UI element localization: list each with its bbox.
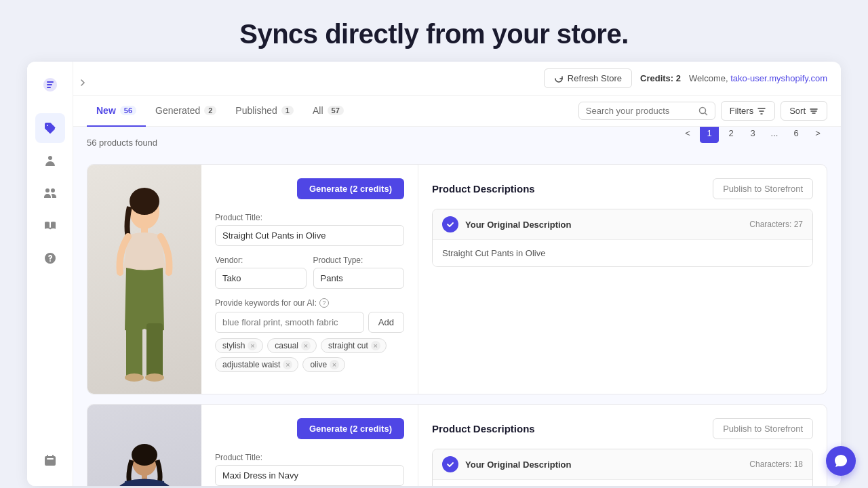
tag-olive-1: olive ×: [302, 357, 345, 372]
vendor-group-1: Vendor:: [215, 256, 307, 289]
tag-icon: [43, 121, 57, 135]
tab-published-badge: 1: [281, 106, 294, 115]
sort-button[interactable]: Sort: [781, 101, 827, 121]
header-bar: Refresh Store Credits: 2 Welcome, tako-u…: [73, 62, 841, 96]
refresh-label: Refresh Store: [568, 73, 622, 83]
calendar-icon: [43, 453, 57, 467]
tab-new[interactable]: New 56: [87, 96, 146, 127]
tag-remove-stylish-1[interactable]: ×: [248, 341, 257, 350]
type-group-1: Product Type:: [313, 256, 405, 289]
refresh-icon: [554, 74, 564, 83]
search-icon: [698, 106, 708, 116]
tab-generated-badge: 2: [204, 106, 216, 115]
vendor-type-row-1: Vendor: Product Type:: [215, 256, 404, 298]
tag-remove-olive-1[interactable]: ×: [330, 360, 339, 369]
desc-title-1: Product Descriptions: [432, 183, 535, 195]
type-input-1[interactable]: [313, 268, 405, 289]
original-desc-text-2: Maxi Dress in Navy: [433, 480, 812, 486]
group-icon: [43, 186, 57, 200]
char-count-1: Characters: 27: [749, 220, 803, 229]
desc-header-2: Product Descriptions Publish to Storefro…: [432, 418, 813, 439]
tag-remove-adjustable-waist-1[interactable]: ×: [283, 360, 292, 369]
tab-all[interactable]: All 57: [303, 96, 353, 127]
store-link[interactable]: tako-user.myshopify.com: [730, 73, 827, 83]
check-icon-2: [446, 460, 454, 468]
book-icon: [43, 219, 57, 232]
sidebar-nav: [27, 113, 73, 273]
main-content: Refresh Store Credits: 2 Welcome, tako-u…: [73, 62, 841, 486]
products-count: 56 products found: [87, 138, 157, 148]
tag-adjustable-waist-1: adjustable waist ×: [215, 357, 298, 372]
pagination-page-1[interactable]: 1: [700, 127, 719, 143]
tab-published-label: Published: [235, 105, 277, 116]
sidebar-bottom: [35, 445, 65, 475]
product-image-1: [87, 165, 201, 394]
vendor-label-1: Vendor:: [215, 256, 307, 265]
title-label-1: Product Title:: [215, 213, 404, 222]
app-container: Refresh Store Credits: 2 Welcome, tako-u…: [27, 62, 841, 486]
add-keyword-button-1[interactable]: Add: [368, 312, 404, 333]
product-figure-1: [87, 174, 201, 384]
svg-point-7: [145, 373, 164, 382]
filters-button[interactable]: Filters: [721, 101, 775, 121]
check-circle-2: [442, 456, 458, 472]
vendor-input-1[interactable]: [215, 268, 307, 289]
svg-point-6: [125, 373, 144, 382]
desc-box-header-2: Your Original Description Characters: 18: [433, 449, 812, 480]
check-circle-1: [442, 216, 458, 232]
product-form-2: Generate (2 credits) Product Title: Vend…: [201, 405, 418, 486]
credits-display: Credits: 2: [640, 73, 681, 83]
type-label-1: Product Type:: [313, 256, 405, 265]
tag-remove-straight-cut-1[interactable]: ×: [371, 341, 380, 350]
title-input-2[interactable]: [215, 465, 404, 486]
pagination-page-3[interactable]: 3: [743, 127, 762, 143]
sidebar-item-user[interactable]: [35, 146, 65, 176]
tab-published[interactable]: Published 1: [226, 96, 303, 127]
logo-icon: [41, 75, 60, 94]
sidebar-item-group[interactable]: [35, 178, 65, 208]
generate-button-1[interactable]: Generate (2 credits): [297, 178, 404, 199]
generate-button-2[interactable]: Generate (2 credits): [297, 418, 404, 439]
svg-point-2: [130, 188, 159, 215]
check-icon-1: [446, 220, 454, 228]
sidebar-item-book[interactable]: [35, 211, 65, 241]
pagination-prev[interactable]: <: [678, 127, 697, 143]
publish-button-2[interactable]: Publish to Storefront: [713, 418, 813, 439]
user-icon: [43, 154, 57, 167]
tab-generated[interactable]: Generated 2: [146, 96, 226, 127]
sidebar-item-calendar[interactable]: [35, 445, 65, 475]
sidebar-item-tag[interactable]: [35, 113, 65, 143]
keywords-info-icon-1[interactable]: ?: [319, 298, 329, 308]
chat-support-button[interactable]: [826, 446, 856, 476]
desc-box-1: Your Original Description Characters: 27…: [432, 209, 813, 267]
desc-box-2: Your Original Description Characters: 18…: [432, 449, 813, 486]
keywords-input-row-1: Add: [215, 312, 404, 333]
sidebar-item-help[interactable]: [35, 243, 65, 273]
keywords-input-1[interactable]: [215, 312, 364, 333]
filter-icon: [757, 106, 766, 116]
search-input[interactable]: [586, 106, 694, 116]
tab-generated-label: Generated: [155, 105, 200, 116]
tags-row-1: stylish × casual × straight cut ×: [215, 338, 404, 372]
sidebar-expand-chevron[interactable]: [73, 73, 92, 92]
tab-all-label: All: [313, 105, 323, 116]
sort-icon: [809, 106, 818, 116]
refresh-store-button[interactable]: Refresh Store: [544, 68, 632, 88]
sidebar: [27, 62, 73, 486]
product-card-2: Generate (2 credits) Product Title: Vend…: [87, 404, 827, 486]
product-form-1: Generate (2 credits) Product Title: Vend…: [201, 165, 418, 394]
pagination-next[interactable]: >: [808, 127, 827, 143]
chat-icon: [833, 453, 848, 468]
pagination-page-2[interactable]: 2: [722, 127, 741, 143]
product-desc-2: Product Descriptions Publish to Storefro…: [418, 405, 827, 486]
tag-remove-casual-1[interactable]: ×: [301, 341, 311, 350]
keywords-label-1: Provide keywords for our AI: ?: [215, 298, 404, 308]
char-count-2: Characters: 18: [749, 460, 803, 469]
keywords-section-1: Provide keywords for our AI: ? Add styli…: [215, 298, 404, 372]
title-input-1[interactable]: [215, 225, 404, 246]
publish-button-1[interactable]: Publish to Storefront: [713, 178, 813, 199]
pagination-page-6[interactable]: 6: [787, 127, 806, 143]
title-label-2: Product Title:: [215, 453, 404, 462]
desc-title-2: Product Descriptions: [432, 423, 535, 434]
tag-casual-1: casual ×: [267, 338, 317, 353]
